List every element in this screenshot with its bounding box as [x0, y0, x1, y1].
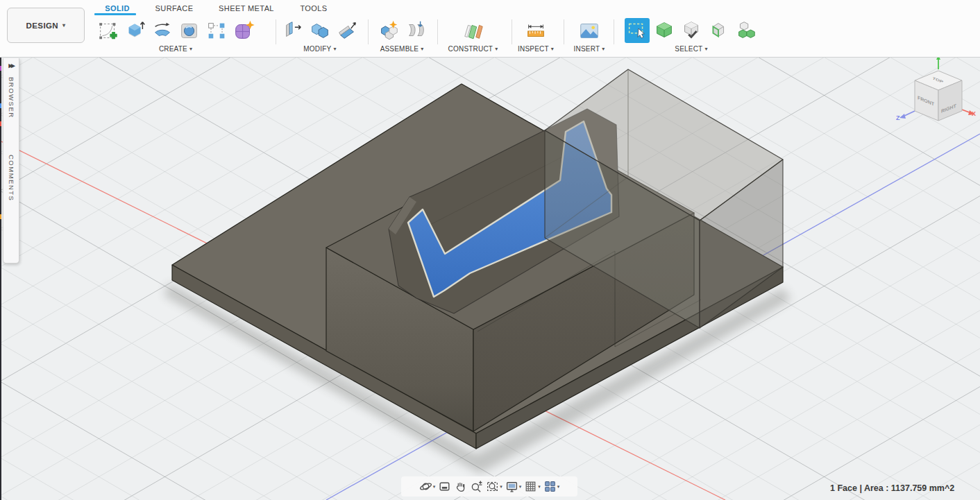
window-zoom-button[interactable]: ▾: [486, 480, 502, 493]
chevron-down-icon: ▾: [495, 46, 498, 52]
hole-button[interactable]: [177, 18, 202, 43]
active-tab-indicator: [94, 13, 136, 15]
press-pull-button[interactable]: [280, 18, 305, 43]
new-component-button[interactable]: [376, 18, 401, 43]
construct-dropdown[interactable]: CONSTRUCT▾: [448, 45, 498, 53]
tab-sheet-metal[interactable]: SHEET METAL: [213, 2, 280, 14]
inspect-dropdown[interactable]: INSPECT▾: [518, 45, 554, 53]
select-filter-button[interactable]: [679, 18, 704, 43]
assemble-dropdown[interactable]: ASSEMBLE▾: [380, 45, 424, 53]
joint-button[interactable]: [403, 18, 428, 43]
pan-button[interactable]: [454, 480, 467, 493]
chevron-down-icon: ▾: [551, 46, 554, 52]
chevron-down-icon: ▾: [602, 46, 605, 52]
viewports-button[interactable]: ▾: [543, 480, 560, 493]
create-sketch-button[interactable]: [96, 18, 121, 43]
chevron-down-icon: ▾: [62, 23, 65, 28]
insert-image-button[interactable]: [577, 18, 602, 43]
z-axis-label: Z: [896, 114, 900, 121]
revolve-button[interactable]: [150, 18, 175, 43]
group-separator: [564, 19, 564, 44]
modify-dropdown[interactable]: MODIFY▾: [303, 45, 336, 53]
insert-dropdown[interactable]: INSERT▾: [574, 45, 605, 53]
chevron-down-icon: ▾: [538, 484, 541, 490]
group-separator: [276, 19, 276, 44]
orbit-button[interactable]: ▾: [419, 480, 436, 493]
rectangular-pattern-button[interactable]: [204, 18, 229, 43]
select-component-button[interactable]: [733, 18, 758, 43]
extrude-button[interactable]: [123, 18, 148, 43]
group-separator: [437, 19, 438, 44]
expand-panel-icon[interactable]: ▸▸: [8, 61, 13, 70]
chevron-down-icon: ▾: [500, 484, 502, 490]
select-dropdown[interactable]: SELECT▾: [675, 45, 707, 53]
group-separator: [512, 19, 512, 44]
look-at-button[interactable]: [438, 480, 451, 493]
tab-surface[interactable]: SURFACE: [149, 2, 199, 14]
chevron-down-icon: ▾: [421, 46, 423, 52]
create-dropdown[interactable]: CREATE▾: [159, 45, 192, 53]
comments-panel-tab[interactable]: COMMENTS: [8, 155, 15, 201]
group-separator: [614, 19, 614, 44]
chevron-down-icon: ▾: [189, 46, 192, 52]
x-axis-label: X: [972, 110, 976, 117]
chevron-down-icon: ▾: [433, 484, 436, 490]
selection-status-text: 1 Face | Area : 1137.759 mm^2: [830, 483, 954, 493]
grid-settings-button[interactable]: ▾: [524, 480, 541, 493]
tab-solid[interactable]: SOLID: [92, 2, 142, 14]
create-form-button[interactable]: [231, 18, 256, 43]
measure-button[interactable]: [523, 18, 548, 43]
chevron-down-icon: ▾: [557, 484, 560, 490]
chevron-down-icon: ▾: [519, 484, 522, 490]
browser-panel-tab[interactable]: BROWSER: [8, 77, 15, 119]
collapsed-side-panels: ▸▸ BROWSER COMMENTS: [3, 58, 19, 264]
group-separator: [368, 19, 369, 44]
select-body-button[interactable]: [652, 18, 677, 43]
design-menu-button[interactable]: DESIGN▾: [7, 8, 85, 43]
combine-button[interactable]: [307, 18, 332, 43]
offset-plane-button[interactable]: [461, 18, 486, 43]
chevron-down-icon: ▾: [333, 46, 336, 52]
zoom-button[interactable]: [470, 480, 483, 493]
select-face-button[interactable]: [706, 18, 731, 43]
window-select-button[interactable]: [625, 18, 650, 43]
display-settings-button[interactable]: ▾: [505, 480, 522, 493]
viewport-canvas[interactable]: TOP FRONT RIGHT Y Z X: [0, 0, 980, 500]
chevron-down-icon: ▾: [704, 46, 707, 52]
fusion-window: TOP FRONT RIGHT Y Z X ▸▸ BROWSER COMMENT…: [0, 0, 980, 500]
tab-tools[interactable]: TOOLS: [291, 2, 337, 14]
window-edge-strip: [0, 58, 1, 500]
navigation-toolbar: ▾ ▾ ▾ ▾ ▾: [401, 476, 577, 497]
split-body-button[interactable]: [335, 18, 360, 43]
ribbon-toolbar: DESIGN▾ SOLID SURFACE SHEET METAL TOOLS: [0, 0, 980, 58]
